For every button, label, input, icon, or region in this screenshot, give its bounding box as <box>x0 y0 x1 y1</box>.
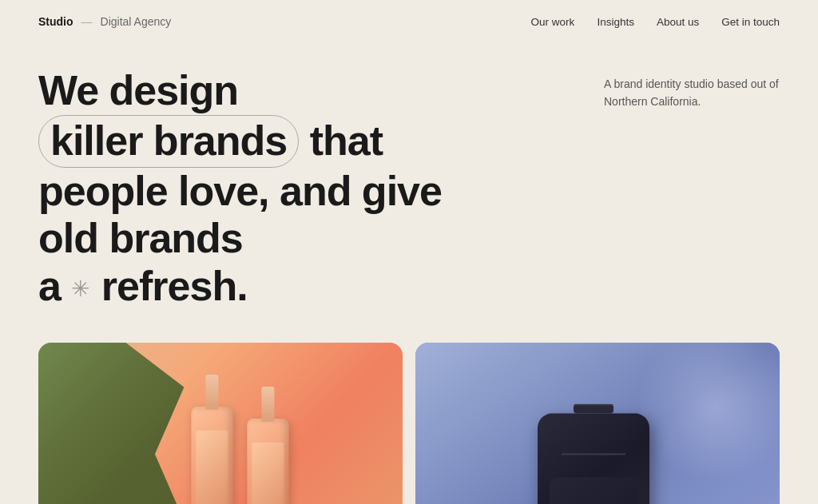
hero-section: We design killer brands that people love… <box>0 43 818 311</box>
headline-part3: people love, and give old brands <box>38 168 442 262</box>
bottle-2 <box>247 419 288 504</box>
nav-item-insights[interactable]: Insights <box>597 14 634 29</box>
wine-card[interactable] <box>38 343 403 504</box>
backpack-background <box>415 343 780 504</box>
brand-logo[interactable]: Studio — Digital Agency <box>38 15 171 28</box>
nav-link-get-in-touch[interactable]: Get in touch <box>721 16 780 28</box>
nav-item-our-work[interactable]: Our work <box>531 14 575 29</box>
nav-links: Our work Insights About us Get in touch <box>531 14 780 29</box>
nav-link-our-work[interactable]: Our work <box>531 16 575 28</box>
backpack-light <box>636 343 780 486</box>
bottle-1 <box>191 407 232 504</box>
nav-item-get-in-touch[interactable]: Get in touch <box>721 14 780 29</box>
nav-item-about-us[interactable]: About us <box>657 14 699 29</box>
hero-right: A brand identity studio based out of Nor… <box>604 67 780 311</box>
headline-part4: a <box>38 263 61 309</box>
leaf-decoration <box>38 343 184 504</box>
brand-tagline: Digital Agency <box>101 15 172 28</box>
asterisk-icon: ✳ <box>71 276 89 302</box>
navigation: Studio — Digital Agency Our work Insight… <box>0 0 818 43</box>
headline-pill: killer brands <box>38 115 299 168</box>
nav-link-insights[interactable]: Insights <box>597 16 634 28</box>
backpack-main-body <box>538 414 649 504</box>
headline-part1: We design <box>38 67 238 113</box>
brand-divider: — <box>81 15 93 28</box>
backpack-handle <box>574 404 614 414</box>
backpack-card[interactable]: BaggedIn LOGO DESIGN <box>415 343 780 504</box>
bottle-group <box>191 407 288 504</box>
wine-background <box>38 343 403 504</box>
headline-part5: refresh. <box>101 263 248 309</box>
backpack-zipper <box>562 454 625 455</box>
hero-headline: We design killer brands that people love… <box>38 67 486 311</box>
hero-description: A brand identity studio based out of Nor… <box>604 75 780 111</box>
portfolio-cards: BaggedIn LOGO DESIGN <box>0 311 818 504</box>
backpack-pocket <box>550 478 637 504</box>
hero-left: We design killer brands that people love… <box>38 67 486 311</box>
backpack-illustration <box>538 398 657 504</box>
headline-part2: that <box>310 117 383 164</box>
nav-link-about-us[interactable]: About us <box>657 16 699 28</box>
brand-name: Studio <box>38 15 73 28</box>
